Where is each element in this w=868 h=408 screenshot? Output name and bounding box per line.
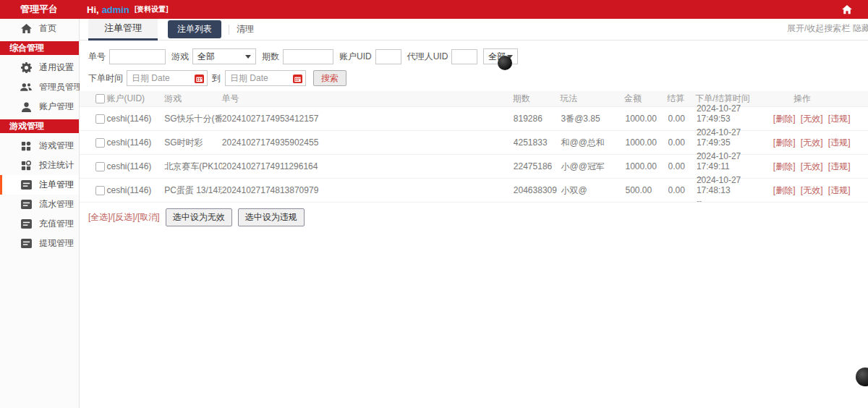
row-checkbox[interactable]: [95, 138, 105, 148]
sidebar-item-flow[interactable]: 流水管理: [0, 195, 79, 214]
filter-row-1: 单号 游戏 全部 期数 账户UID 代理人UID 全部: [88, 48, 868, 65]
agent-uid-label: 代理人UID: [407, 51, 448, 63]
admins-icon: [20, 82, 32, 93]
sidebar-item-orders[interactable]: 注单管理: [0, 175, 79, 195]
cell-game: SG时时彩: [164, 137, 222, 149]
delete-link[interactable]: [删除]: [773, 137, 796, 148]
sidebar-section-games[interactable]: 游戏管理: [0, 119, 79, 133]
search-button[interactable]: 搜索: [313, 70, 346, 86]
sidebar-item-label: 游戏管理: [39, 140, 74, 152]
cell-order-no: 20241027174953412157: [222, 114, 514, 124]
select-all-checkbox[interactable]: [95, 94, 105, 103]
tab-order-list[interactable]: 注单列表: [168, 20, 221, 38]
chevron-down-icon: [245, 55, 251, 59]
home-icon[interactable]: [842, 5, 852, 14]
order-time: 2024-10-27 17:49:35: [697, 127, 773, 148]
tab-cleanup[interactable]: 清理: [237, 23, 254, 35]
home-icon: [20, 23, 32, 35]
invalid-link[interactable]: [无效]: [801, 114, 823, 124]
uid-input[interactable]: [375, 49, 401, 64]
order-time: 2024-10-27 17:49:11: [697, 151, 773, 171]
violation-link[interactable]: [违规]: [828, 137, 851, 148]
sidebar-item-label: 提现管理: [39, 237, 74, 250]
cell-settle: 0.00: [668, 137, 697, 148]
sidebar-item-accounts[interactable]: 账户管理: [0, 97, 79, 116]
violation-link[interactable]: [违规]: [828, 114, 851, 124]
order-no-input[interactable]: [109, 49, 166, 64]
set-violation-button[interactable]: 选中设为违规: [238, 208, 305, 226]
period-input[interactable]: [283, 49, 333, 64]
invalid-link[interactable]: [无效]: [801, 185, 823, 195]
sidebar: 首页 综合管理 通用设置 管理员管理 账户管理 游戏管理: [0, 19, 80, 408]
cell-actions: [删除] [无效] [违规]: [773, 113, 868, 125]
username: admin: [102, 4, 129, 15]
greeting-hi: Hi,: [87, 4, 99, 15]
sidebar-item-home[interactable]: 首页: [0, 19, 79, 38]
set-invalid-button[interactable]: 选中设为无效: [166, 208, 232, 226]
sidebar-item-admins[interactable]: 管理员管理: [0, 77, 79, 97]
cell-order-no: 20241027174813870979: [222, 185, 514, 195]
date-from-input[interactable]: 日期 Date: [127, 70, 208, 86]
cell-settle: 0.00: [668, 161, 697, 171]
floating-widget-icon[interactable]: [498, 56, 512, 70]
agent-uid-input[interactable]: [451, 49, 477, 64]
cell-actions: [删除] [无效] [违规]: [773, 137, 868, 149]
tab-order-management[interactable]: 注单管理: [88, 19, 158, 41]
col-header-uid: 账户(UID): [106, 93, 164, 105]
stats-icon: [20, 160, 32, 171]
cell-settle: 0.00: [668, 114, 697, 124]
delete-link[interactable]: [删除]: [773, 161, 796, 171]
cell-time: 2024-10-27 17:48:13 --: [697, 175, 773, 203]
table-row: ceshi(1146) PC蛋蛋 13/14玩法 202410271748138…: [80, 179, 868, 203]
cell-uid: ceshi(1146): [106, 185, 164, 195]
sidebar-item-settings[interactable]: 通用设置: [0, 58, 79, 77]
greeting-text: Hi,admin: [87, 4, 129, 15]
profile-settings-link[interactable]: [资料设置]: [135, 4, 169, 14]
col-header-order-no: 单号: [221, 93, 512, 105]
withdraw-icon: [20, 238, 32, 250]
date-from-placeholder: 日期 Date: [132, 72, 195, 85]
uid-label: 账户UID: [339, 51, 372, 63]
delete-link[interactable]: [删除]: [773, 185, 796, 195]
games-icon: [20, 140, 32, 152]
sidebar-item-label: 账户管理: [39, 101, 74, 113]
cell-actions: [删除] [无效] [违规]: [773, 161, 868, 173]
violation-link[interactable]: [违规]: [828, 161, 851, 171]
date-to-placeholder: 日期 Date: [230, 72, 293, 85]
settle-time: --: [697, 195, 773, 203]
top-header: 管理平台 Hi,admin [资料设置]: [0, 0, 868, 19]
violation-link[interactable]: [违规]: [828, 185, 851, 195]
calendar-icon: [293, 74, 302, 83]
sidebar-item-withdraw[interactable]: 提现管理: [0, 234, 79, 253]
select-all-invert-cancel-links[interactable]: [全选]/[反选]/[取消]: [88, 211, 160, 224]
col-header-amount: 金额: [624, 93, 667, 105]
cell-amount: 1000.00: [625, 137, 668, 148]
sidebar-item-label: 通用设置: [39, 61, 74, 74]
row-checkbox[interactable]: [95, 162, 105, 171]
filter-row-2: 下单时间 日期 Date 到 日期 Date 搜索: [88, 69, 868, 87]
row-checkbox[interactable]: [95, 186, 105, 195]
invalid-link[interactable]: [无效]: [801, 161, 823, 171]
recharge-icon: [20, 218, 32, 230]
col-header-period: 期数: [513, 93, 560, 105]
delete-link[interactable]: [删除]: [773, 114, 796, 124]
sidebar-item-label: 管理员管理: [39, 81, 82, 93]
bulk-actions-bar: [全选]/[反选]/[取消] 选中设为无效 选中设为违规: [80, 208, 868, 226]
invalid-link[interactable]: [无效]: [801, 137, 823, 148]
cell-game: SG快乐十分(番摊): [164, 113, 222, 125]
cell-settle: 0.00: [668, 185, 697, 195]
col-header-settle: 结算: [667, 93, 695, 105]
main-content: 注单管理 注单列表 清理 展开/收起搜索栏 隐藏 单号 游戏 全部 期数 账户U…: [80, 19, 868, 408]
sidebar-item-bet-stats[interactable]: 投注统计: [0, 156, 79, 175]
sidebar-section-label: 游戏管理: [9, 120, 44, 132]
sidebar-item-game-management[interactable]: 游戏管理: [0, 136, 79, 156]
sidebar-section-general[interactable]: 综合管理: [0, 41, 79, 55]
date-to-input[interactable]: 日期 Date: [225, 70, 306, 86]
toggle-search-bar-link[interactable]: 展开/收起搜索栏 隐藏: [787, 22, 868, 35]
sidebar-item-recharge[interactable]: 充值管理: [0, 214, 79, 234]
game-select[interactable]: 全部: [192, 48, 256, 64]
cell-period: 22475186: [514, 161, 561, 171]
flow-icon: [20, 199, 32, 211]
cell-amount: 500.00: [625, 185, 668, 195]
row-checkbox[interactable]: [95, 114, 105, 124]
